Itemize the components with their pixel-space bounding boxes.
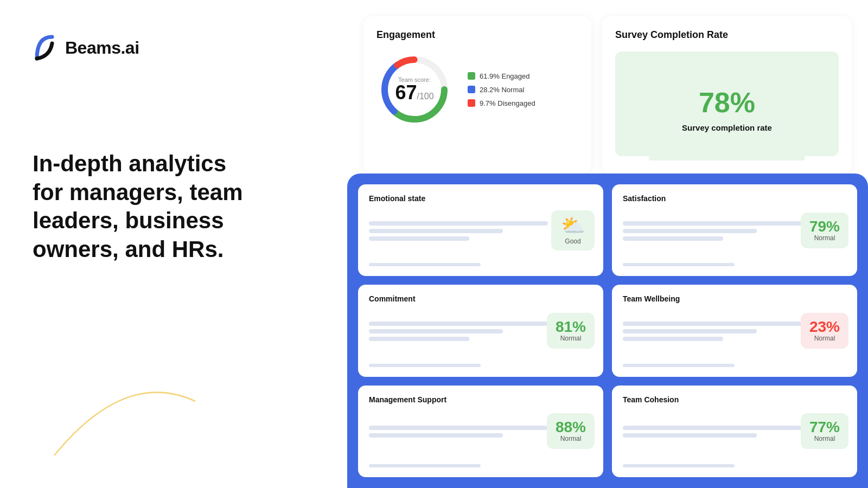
metric-line: [369, 322, 548, 326]
metric-title-emotional: Emotional state: [369, 194, 592, 203]
weather-icon: ⛅: [559, 216, 587, 235]
metric-value-wellbeing: 23%: [809, 319, 840, 335]
metric-line: [369, 426, 548, 430]
metric-status-satisfaction: Normal: [809, 234, 840, 242]
legend-label-disengaged: 9.7% Disengaged: [480, 99, 535, 107]
metric-line: [369, 229, 503, 233]
metric-bottom-line: [369, 263, 481, 266]
metric-line: [623, 329, 757, 333]
metric-line: [623, 236, 723, 241]
metric-title-wellbeing: Team Wellbeing: [623, 294, 846, 303]
logo-area: Beams.ai: [33, 33, 304, 63]
metric-title-management: Management Support: [369, 395, 592, 404]
metric-card-wellbeing: Team Wellbeing 23% Normal: [612, 285, 857, 376]
metric-card-management: Management Support 88% Normal: [358, 386, 603, 477]
metric-card-commitment: Commitment 81% Normal: [358, 285, 603, 376]
metric-value-area-wellbeing: 23% Normal: [801, 313, 848, 349]
metric-line: [369, 433, 503, 438]
metric-title-satisfaction: Satisfaction: [623, 194, 846, 203]
metric-title-commitment: Commitment: [369, 294, 592, 303]
metric-value-cohesion: 77%: [809, 420, 840, 435]
metric-value-area-cohesion: 77% Normal: [801, 413, 848, 449]
metric-value-area-commitment: 81% Normal: [547, 313, 595, 349]
metric-title-cohesion: Team Cohesion: [623, 395, 846, 404]
engagement-card: Engagement Team score:: [363, 16, 591, 174]
right-panel: Engagement Team score:: [347, 0, 868, 488]
metric-line: [369, 221, 548, 226]
donut-label: Team score: 67/100: [395, 76, 433, 102]
score-value: 67/100: [395, 81, 433, 104]
metric-line: [623, 229, 757, 233]
donut-chart-container: Team score: 67/100: [376, 52, 452, 127]
metric-value-satisfaction: 79%: [809, 219, 840, 234]
engagement-content: Team score: 67/100 61.9% Engaged 28.2%: [376, 52, 578, 127]
metric-value-management: 88%: [556, 420, 586, 435]
metric-line: [623, 322, 802, 326]
emotional-label: Good: [559, 237, 587, 245]
metric-bottom-line: [369, 464, 481, 467]
engagement-legend: 61.9% Engaged 28.2% Normal 9.7% Disengag…: [468, 72, 535, 107]
metric-bottom-line: [369, 364, 481, 367]
metric-status-commitment: Normal: [556, 335, 586, 342]
metric-card-satisfaction: Satisfaction 79% Normal: [612, 184, 857, 276]
tagline: In-depth analytics for managers, team le…: [33, 150, 250, 264]
survey-bar: [649, 156, 805, 160]
metric-line: [623, 433, 757, 438]
metric-value-area-satisfaction: 79% Normal: [801, 213, 848, 248]
survey-title: Survey Completion Rate: [615, 29, 839, 41]
bottom-section: Emotional state ⛅ Good Satisfaction 79%: [347, 174, 868, 488]
survey-rate-value: 78%: [699, 86, 755, 119]
metric-status-cohesion: Normal: [809, 435, 840, 442]
metric-bottom-line: [623, 263, 735, 266]
metric-card-cohesion: Team Cohesion 77% Normal: [612, 386, 857, 477]
legend-dot-engaged: [468, 72, 475, 80]
metric-line: [369, 329, 503, 333]
emotional-icon: ⛅ Good: [551, 210, 595, 251]
metric-value-area-management: 88% Normal: [547, 413, 595, 449]
top-section: Engagement Team score:: [347, 0, 868, 184]
legend-dot-normal: [468, 86, 475, 93]
legend-dot-disengaged: [468, 99, 475, 107]
metric-status-wellbeing: Normal: [809, 335, 840, 342]
metric-line: [623, 221, 802, 226]
legend-label-engaged: 61.9% Engaged: [480, 72, 530, 80]
engagement-title: Engagement: [376, 29, 578, 41]
legend-item-engaged: 61.9% Engaged: [468, 72, 535, 80]
metric-bottom-line: [623, 364, 735, 367]
metric-line: [369, 337, 469, 341]
legend-label-normal: 28.2% Normal: [480, 86, 524, 94]
metric-line: [623, 426, 802, 430]
metric-line: [623, 337, 723, 341]
legend-item-disengaged: 9.7% Disengaged: [468, 99, 535, 107]
logo-icon: [33, 33, 59, 63]
metric-line: [369, 236, 469, 241]
survey-rate-label: Survey completion rate: [682, 123, 772, 132]
metric-status-management: Normal: [556, 435, 586, 442]
arc-decoration: [43, 358, 206, 466]
metric-bottom-line: [623, 464, 735, 467]
legend-item-normal: 28.2% Normal: [468, 86, 535, 94]
metric-card-emotional: Emotional state ⛅ Good: [358, 184, 603, 276]
left-panel: Beams.ai In-depth analytics for managers…: [0, 0, 336, 488]
metric-value-commitment: 81%: [556, 319, 586, 335]
logo-text: Beams.ai: [65, 38, 139, 58]
survey-card: Survey Completion Rate 78% Survey comple…: [602, 16, 852, 174]
